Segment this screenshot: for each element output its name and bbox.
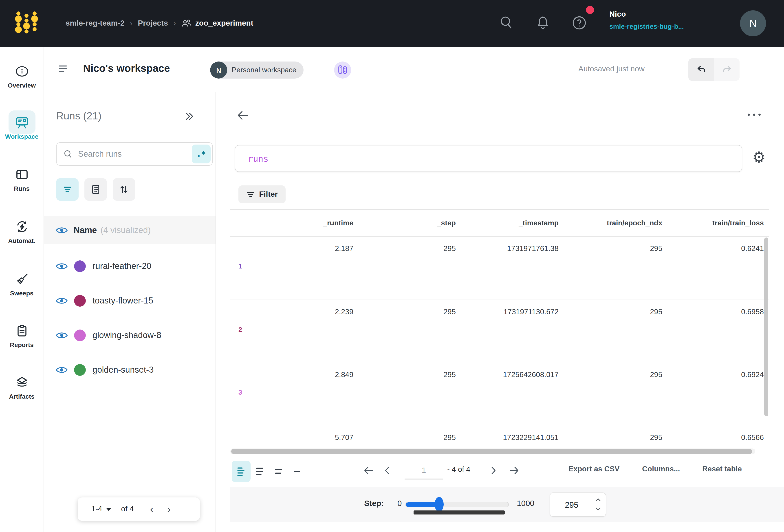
row-index[interactable]: 1 — [239, 262, 242, 270]
personal-workspace-badge[interactable]: N Personal workspace — [210, 61, 304, 79]
hamburger-menu-icon[interactable] — [57, 63, 68, 74]
step-decrement-icon[interactable] — [594, 506, 602, 512]
reset-table-button[interactable]: Reset table — [702, 465, 742, 473]
search-icon[interactable] — [498, 15, 514, 30]
runs-table-icon — [0, 167, 44, 182]
eye-icon[interactable] — [56, 331, 68, 339]
run-color-dot — [74, 260, 86, 272]
undo-button[interactable] — [688, 58, 714, 81]
chevron-down-icon[interactable] — [106, 507, 111, 511]
columns-button[interactable]: Columns... — [642, 465, 680, 473]
regex-toggle-button[interactable]: .* — [192, 145, 211, 163]
step-slider[interactable] — [405, 502, 509, 507]
last-page-button[interactable] — [509, 465, 520, 476]
eye-icon[interactable] — [56, 262, 68, 270]
table-row[interactable]: 2.849 295 1725642608.017 295 0.6924 3 — [230, 362, 769, 425]
info-icon — [0, 64, 44, 79]
table-row[interactable]: 5.707 295 1723229141.051 295 0.6566 4 — [230, 425, 769, 447]
wandb-workspace-app: smle-reg-team-2 › Projects › zoo_experim… — [0, 0, 784, 532]
panel-overflow-menu-icon[interactable] — [748, 114, 761, 116]
column-header[interactable]: _runtime — [252, 219, 354, 227]
table-toolbar: - 4 of 4 Export as CSV Columns... Reset … — [230, 459, 769, 485]
workspace-badge-label: Personal workspace — [232, 66, 296, 74]
bell-icon[interactable] — [535, 15, 551, 30]
query-expression-box[interactable]: runs — [235, 145, 742, 172]
search-input[interactable] — [77, 149, 192, 159]
page-number-input[interactable] — [404, 463, 443, 479]
run-list-item[interactable]: glowing-shadow-8 — [44, 323, 216, 348]
page-range-dropdown[interactable]: 1-4 — [91, 505, 102, 513]
filter-lines-button[interactable] — [56, 178, 79, 201]
export-csv-button[interactable]: Export as CSV — [568, 465, 619, 473]
first-page-button[interactable] — [363, 465, 374, 476]
run-name: rural-feather-20 — [92, 261, 151, 271]
sidebar-item-overview[interactable]: Overview — [0, 64, 44, 89]
step-slider-bar: Step: 0 1000 — [230, 487, 784, 522]
slider-range-bar — [414, 510, 505, 514]
step-max-label: 1000 — [517, 499, 534, 508]
step-value-box — [550, 493, 606, 517]
row-height-large-button[interactable] — [270, 460, 288, 482]
breadcrumb-project[interactable]: zoo_experiment — [195, 19, 253, 28]
row-height-xlarge-button[interactable] — [288, 460, 307, 482]
user-org-link[interactable]: smle-registries-bug-b... — [609, 23, 684, 30]
breadcrumb-projects[interactable]: Projects — [138, 19, 168, 28]
run-list-item[interactable]: rural-feather-20 — [44, 254, 216, 279]
column-header[interactable]: _timestamp — [457, 219, 559, 227]
step-label: Step: — [364, 499, 384, 508]
redo-button[interactable] — [714, 58, 739, 81]
avatar[interactable]: N — [740, 10, 766, 36]
breadcrumb-separator: › — [124, 19, 138, 28]
workspace-panels-icon[interactable] — [334, 61, 351, 79]
next-page-button[interactable]: › — [167, 503, 171, 515]
prev-page-button[interactable] — [384, 465, 391, 476]
column-header[interactable]: train/train_loss — [663, 219, 765, 227]
horizontal-scrollbar[interactable] — [230, 448, 755, 454]
slider-fill — [406, 502, 439, 507]
help-icon[interactable] — [571, 15, 587, 31]
sidebar-item-automations[interactable]: Automat. — [0, 219, 44, 244]
run-list-item[interactable]: golden-sunset-3 — [44, 357, 216, 383]
sidebar-item-workspace[interactable]: Workspace — [0, 115, 44, 140]
slider-thumb[interactable] — [435, 497, 444, 512]
filter-button[interactable]: Filter — [239, 186, 285, 203]
autosave-status: Autosaved just now — [578, 65, 645, 74]
sidebar-item-artifacts[interactable]: Artifacts — [0, 375, 44, 400]
gear-icon[interactable]: ⚙ — [752, 149, 766, 165]
sidebar-item-sweeps[interactable]: Sweeps — [0, 272, 44, 297]
eye-icon[interactable] — [56, 366, 68, 374]
left-nav-rail: Overview Workspace Runs — [0, 47, 44, 532]
wandb-logo-icon[interactable] — [14, 9, 39, 34]
main-panel: runs ⚙ Filter _runtime _step _timestamp … — [216, 92, 784, 532]
nav-user-block[interactable]: Nico smle-registries-bug-b... — [609, 10, 684, 30]
table-row[interactable]: 2.239 295 1731971130.672 295 0.6958 2 — [230, 299, 769, 362]
column-header[interactable]: train/epoch_ndx — [559, 219, 663, 227]
collapse-panel-icon[interactable] — [183, 111, 195, 122]
step-value-input[interactable] — [550, 493, 593, 517]
runs-search-box: .* — [56, 142, 213, 166]
step-increment-icon[interactable] — [594, 497, 602, 503]
runs-pagination: 1-4 of 4 ‹ › — [78, 498, 200, 521]
table-header-row: _runtime _step _timestamp train/epoch_nd… — [230, 209, 769, 236]
run-settings-button[interactable] — [84, 178, 107, 201]
eye-icon[interactable] — [56, 226, 68, 234]
page-count-label: - 4 of 4 — [447, 465, 470, 474]
eye-icon[interactable] — [56, 297, 68, 305]
prev-page-button[interactable]: ‹ — [150, 503, 153, 515]
row-height-small-button[interactable] — [232, 460, 251, 482]
clipboard-icon — [0, 323, 44, 338]
row-index[interactable]: 3 — [239, 388, 242, 396]
run-list-header[interactable]: Name (4 visualized) — [44, 216, 216, 244]
row-index[interactable]: 2 — [239, 326, 242, 333]
sidebar-item-reports[interactable]: Reports — [0, 323, 44, 348]
breadcrumb-team[interactable]: smle-reg-team-2 — [65, 19, 124, 28]
row-height-medium-button[interactable] — [251, 460, 270, 482]
vertical-scrollbar[interactable] — [764, 237, 768, 416]
sort-button[interactable] — [113, 178, 135, 201]
next-page-button[interactable] — [490, 465, 497, 476]
column-header[interactable]: _step — [354, 219, 457, 227]
table-row[interactable]: 2.187 295 1731971761.38 295 0.6241 1 — [230, 236, 769, 299]
sidebar-item-runs[interactable]: Runs — [0, 167, 44, 192]
run-list-item[interactable]: toasty-flower-15 — [44, 288, 216, 313]
back-arrow-button[interactable] — [236, 109, 250, 122]
